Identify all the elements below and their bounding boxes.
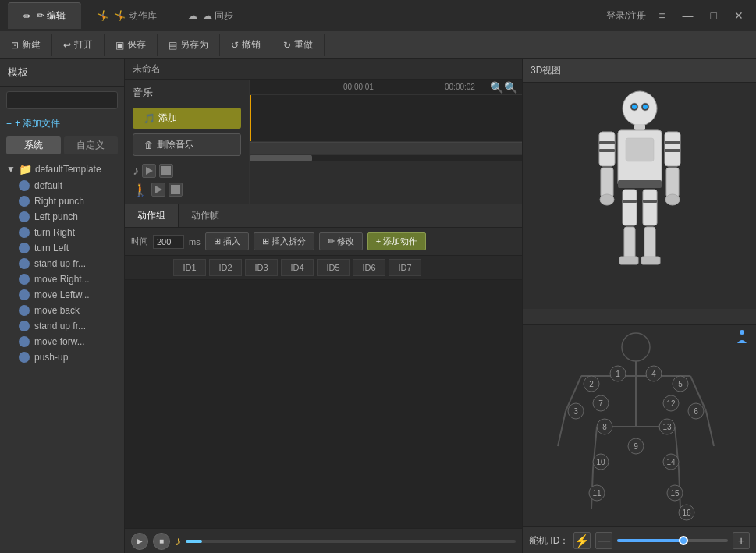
id-cell[interactable]: ID3 bbox=[245, 259, 278, 276]
pencil-icon: ✏ bbox=[328, 236, 335, 246]
list-item[interactable]: default bbox=[0, 178, 124, 193]
tab-actions[interactable]: 🤸 🤸 动作库 bbox=[81, 3, 172, 29]
undo-button[interactable]: ↺ 撤销 bbox=[220, 34, 272, 56]
add-action-button[interactable]: + 添加动作 bbox=[367, 232, 426, 250]
redo-icon: ↻ bbox=[283, 40, 291, 51]
titlebar: ✏ ✏ 编辑 🤸 🤸 动作库 ☁ ☁ 同步 登录/注册 ≡ — □ ✕ bbox=[0, 0, 756, 31]
stop-action-button[interactable] bbox=[169, 183, 183, 197]
tab-edit[interactable]: ✏ ✏ 编辑 bbox=[8, 2, 81, 29]
svg-text:11: 11 bbox=[592, 489, 602, 498]
id-cell[interactable]: ID4 bbox=[281, 259, 314, 276]
progress-bar[interactable] bbox=[186, 540, 516, 543]
svg-text:8: 8 bbox=[602, 423, 607, 431]
list-item[interactable]: stand up fr... bbox=[0, 318, 124, 334]
id-cell[interactable]: ID1 bbox=[173, 259, 206, 276]
time-input[interactable] bbox=[153, 235, 184, 249]
list-item[interactable]: move back bbox=[0, 303, 124, 318]
list-item[interactable]: move Leftw... bbox=[0, 287, 124, 303]
music-note-button[interactable]: ♪ bbox=[175, 534, 181, 548]
open-button[interactable]: ↩ 打开 bbox=[52, 34, 105, 56]
close-button[interactable]: ✕ bbox=[729, 8, 748, 23]
svg-text:4: 4 bbox=[651, 370, 656, 378]
servo-minus-button[interactable]: — bbox=[595, 532, 612, 549]
login-button[interactable]: 登录/注册 bbox=[606, 9, 646, 23]
saveas-icon: ▤ bbox=[169, 40, 177, 51]
time-marker-1: 00:00:01 bbox=[343, 83, 374, 91]
person-select-icon[interactable] bbox=[734, 329, 750, 347]
id-cell[interactable]: ID5 bbox=[317, 259, 350, 276]
stop-music-button[interactable] bbox=[159, 164, 173, 178]
delete-music-button[interactable]: 🗑 删除音乐 bbox=[133, 133, 241, 156]
folder-default-template[interactable]: ▼ 📁 defaultTemplate bbox=[0, 161, 124, 178]
plus-icon: + bbox=[6, 119, 12, 129]
svg-rect-16 bbox=[624, 227, 635, 260]
save-icon: ▣ bbox=[115, 40, 124, 51]
list-item[interactable]: Right punch bbox=[0, 193, 124, 209]
main-area: 模板 + + 添加文件 系统 自定义 ▼ 📁 defaultTemplate d… bbox=[0, 59, 756, 553]
servo-lightning-button[interactable]: ⚡ bbox=[573, 532, 591, 549]
tab-action-group[interactable]: 动作组 bbox=[125, 204, 179, 227]
insert-button[interactable]: ⊞ 插入 bbox=[205, 232, 249, 250]
search-input[interactable] bbox=[6, 91, 118, 109]
list-item[interactable]: turn Left bbox=[0, 240, 124, 256]
svg-text:10: 10 bbox=[596, 458, 605, 466]
redo-button[interactable]: ↻ 重做 bbox=[272, 34, 325, 56]
music-note-icon: ♪ bbox=[133, 164, 139, 178]
split-insert-button[interactable]: ⊞ 插入拆分 bbox=[254, 232, 314, 250]
play-action-button[interactable] bbox=[151, 183, 165, 197]
scrollbar-thumb[interactable] bbox=[250, 155, 312, 161]
play-button[interactable]: ▶ bbox=[131, 533, 148, 550]
zoom-out-button[interactable]: 🔍 bbox=[490, 81, 503, 94]
play-music-button[interactable] bbox=[142, 164, 156, 178]
svg-text:16: 16 bbox=[682, 509, 691, 517]
list-item[interactable]: move forw... bbox=[0, 334, 124, 349]
item-icon bbox=[19, 180, 30, 191]
id-cell[interactable]: ID7 bbox=[389, 259, 421, 276]
settings-icon[interactable]: ≡ bbox=[654, 8, 669, 23]
list-item[interactable]: push-up bbox=[0, 349, 124, 365]
saveas-button[interactable]: ▤ 另存为 bbox=[158, 34, 220, 56]
tab-custom[interactable]: 自定义 bbox=[64, 136, 119, 154]
expand-icon: ▼ bbox=[6, 164, 16, 175]
svg-text:6: 6 bbox=[694, 407, 698, 416]
right-panel: 3D视图 bbox=[522, 59, 756, 553]
item-icon bbox=[19, 196, 30, 207]
split-icon: ⊞ bbox=[262, 236, 269, 246]
new-button[interactable]: ⊡ 新建 bbox=[0, 34, 52, 56]
id-cell[interactable]: ID6 bbox=[353, 259, 385, 276]
action-lib-icon: 🤸 bbox=[97, 10, 108, 21]
action-tabs: 动作组 动作帧 bbox=[125, 204, 522, 228]
list-item[interactable]: move Right... bbox=[0, 271, 124, 287]
tab-system[interactable]: 系统 bbox=[6, 136, 61, 154]
svg-rect-5 bbox=[634, 124, 645, 130]
servo-slider[interactable] bbox=[617, 539, 728, 542]
minimize-button[interactable]: — bbox=[678, 8, 698, 23]
time-label: 时间 bbox=[131, 236, 148, 247]
modify-button[interactable]: ✏ 修改 bbox=[319, 232, 363, 250]
project-name: 未命名 bbox=[125, 59, 522, 80]
3d-view-section: 3D视图 bbox=[523, 59, 756, 324]
tab-sync[interactable]: ☁ ☁ 同步 bbox=[172, 3, 249, 29]
horizontal-scrollbar[interactable] bbox=[250, 154, 522, 161]
id-cell[interactable]: ID2 bbox=[209, 259, 242, 276]
zoom-in-button[interactable]: 🔍 bbox=[504, 81, 517, 94]
time-marker-2: 00:00:02 bbox=[445, 83, 475, 91]
svg-text:3: 3 bbox=[573, 407, 578, 416]
tab-action-frame[interactable]: 动作帧 bbox=[179, 204, 232, 227]
item-icon bbox=[19, 227, 30, 238]
action-toolbar: 时间 ms ⊞ 插入 ⊞ 插入拆分 ✏ 修改 + 添加动作 bbox=[125, 228, 522, 256]
list-item[interactable]: Left punch bbox=[0, 209, 124, 225]
save-button[interactable]: ▣ 保存 bbox=[105, 34, 158, 56]
add-music-button[interactable]: 🎵 添加 bbox=[133, 108, 241, 129]
list-item[interactable]: turn Right bbox=[0, 225, 124, 240]
list-item[interactable]: stand up fr... bbox=[0, 256, 124, 271]
svg-rect-25 bbox=[623, 200, 637, 203]
add-file-button[interactable]: + + 添加文件 bbox=[6, 117, 118, 130]
svg-point-0 bbox=[623, 91, 657, 126]
stop-button[interactable]: ■ bbox=[153, 533, 170, 550]
servo-plus-button[interactable]: + bbox=[733, 532, 750, 549]
left-panel: 模板 + + 添加文件 系统 自定义 ▼ 📁 defaultTemplate d… bbox=[0, 59, 125, 553]
svg-text:5: 5 bbox=[678, 380, 683, 388]
maximize-button[interactable]: □ bbox=[706, 8, 722, 23]
svg-text:9: 9 bbox=[634, 442, 638, 451]
